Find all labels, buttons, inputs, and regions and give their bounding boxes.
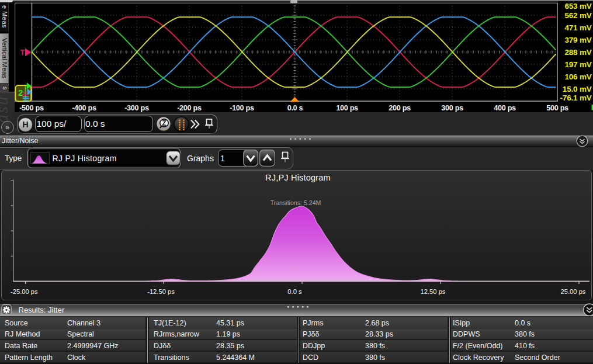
svg-text:288 mV: 288 mV bbox=[564, 48, 591, 57]
svg-text:-400 ps: -400 ps bbox=[72, 104, 96, 112]
svg-text:500 ps: 500 ps bbox=[546, 104, 568, 112]
svg-text:106 mV: 106 mV bbox=[564, 72, 591, 81]
svg-text:400 ps: 400 ps bbox=[494, 104, 516, 112]
svg-text:-300 ps: -300 ps bbox=[124, 104, 149, 112]
svg-text:Transitions: 5.24M: Transitions: 5.24M bbox=[271, 199, 321, 206]
svg-text:562 mV: 562 mV bbox=[564, 11, 591, 20]
svg-text:379 mV: 379 mV bbox=[564, 36, 591, 44]
svg-text:100 ps: 100 ps bbox=[336, 104, 358, 112]
svg-text:300 ps: 300 ps bbox=[441, 104, 463, 112]
svg-text:200 ps: 200 ps bbox=[389, 104, 411, 112]
svg-text:-100 ps: -100 ps bbox=[230, 104, 254, 112]
svg-text:-200 ps: -200 ps bbox=[177, 104, 202, 112]
svg-text:0.0 s: 0.0 s bbox=[287, 288, 302, 295]
svg-text:0.0 s: 0.0 s bbox=[287, 104, 303, 112]
svg-text:197 mV: 197 mV bbox=[564, 60, 591, 69]
svg-text:25.00 ps: 25.00 ps bbox=[561, 288, 586, 295]
svg-text:Z: Z bbox=[162, 119, 166, 127]
svg-text:-25.00 ps: -25.00 ps bbox=[11, 288, 38, 295]
svg-text:653 mV: 653 mV bbox=[564, 2, 591, 11]
svg-text:-76.1 mV: -76.1 mV bbox=[560, 93, 592, 102]
svg-text:T: T bbox=[20, 48, 25, 57]
svg-text:-12.50 ps: -12.50 ps bbox=[147, 288, 175, 295]
svg-text:471 mV: 471 mV bbox=[564, 23, 591, 32]
svg-text:RJ,PJ Histogram: RJ,PJ Histogram bbox=[265, 173, 331, 182]
svg-text:12.50 ps: 12.50 ps bbox=[421, 288, 446, 295]
svg-text:15.0 mV: 15.0 mV bbox=[563, 85, 592, 93]
